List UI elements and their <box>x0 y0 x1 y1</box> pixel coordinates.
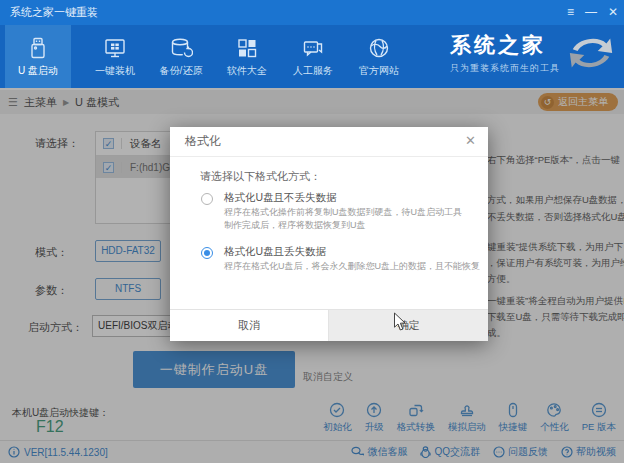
nav-label: 官方网站 <box>359 64 399 78</box>
globe-icon <box>367 36 391 60</box>
monitor-icon <box>103 36 127 60</box>
brand-swoosh-icon <box>566 32 616 74</box>
radio-lose-data[interactable] <box>201 247 213 259</box>
menu-icon[interactable]: ≡ <box>567 0 574 25</box>
brand-logo: 系统之家 只为重装系统而生的工具 <box>450 31 616 75</box>
nav-label: 备份/还原 <box>160 64 203 78</box>
cancel-button[interactable]: 取消 <box>170 310 329 341</box>
radio-keep-data[interactable] <box>201 193 213 205</box>
window-title: 系统之家一键重装 <box>10 5 98 20</box>
nav-label: 一键装机 <box>95 64 135 78</box>
minimize-icon[interactable]: — <box>585 0 597 25</box>
usb-drive-icon <box>26 36 50 60</box>
nav-item-software[interactable]: 软件大全 <box>214 25 280 88</box>
nav-item-support[interactable]: 人工服务 <box>280 25 346 88</box>
nav-item-usb-boot[interactable]: U 盘启动 <box>5 25 71 88</box>
app-window: 系统之家一键重装 ≡ — ✕ U 盘启动 一键装机 <box>0 0 624 463</box>
software-grid-icon <box>235 36 259 60</box>
dialog-header: 格式化 ✕ <box>170 127 488 157</box>
dialog-close-icon[interactable]: ✕ <box>465 133 476 148</box>
nav-item-backup-restore[interactable]: 备份/还原 <box>148 25 214 88</box>
brand-title: 系统之家 <box>450 31 560 59</box>
option-lose-data-desc: 程序在格式化U盘后，将会永久删除您U盘上的数据，且不能恢复 <box>224 260 486 273</box>
dialog-prompt: 请选择以下格式化方式： <box>200 169 321 184</box>
brand-subtitle: 只为重装系统而生的工具 <box>450 62 560 75</box>
main-nav: U 盘启动 一键装机 备份/还原 软件大全 <box>0 25 624 88</box>
ok-button[interactable]: 确定 <box>329 310 488 341</box>
option-lose-data-label[interactable]: 格式化U盘且丢失数据 <box>224 245 326 259</box>
nav-label: 人工服务 <box>293 64 333 78</box>
nav-item-website[interactable]: 官方网站 <box>346 25 412 88</box>
option-keep-data-desc: 程序在格式化操作前将复制U盘数据到硬盘，待U盘启动工具制作完成后，程序将数据恢复… <box>224 206 470 232</box>
close-icon[interactable]: ✕ <box>608 0 618 25</box>
nav-label: 软件大全 <box>227 64 267 78</box>
option-keep-data-label[interactable]: 格式化U盘且不丢失数据 <box>224 191 337 205</box>
chat-support-icon <box>301 36 325 60</box>
titlebar: 系统之家一键重装 ≡ — ✕ <box>0 0 624 25</box>
dialog-buttons: 取消 确定 <box>170 309 488 341</box>
nav-item-one-key-install[interactable]: 一键装机 <box>82 25 148 88</box>
backup-restore-icon <box>169 36 193 60</box>
nav-label: U 盘启动 <box>18 64 58 78</box>
dialog-title: 格式化 <box>185 133 221 150</box>
format-dialog: 格式化 ✕ 请选择以下格式化方式： 格式化U盘且不丢失数据 程序在格式化操作前将… <box>170 127 488 341</box>
